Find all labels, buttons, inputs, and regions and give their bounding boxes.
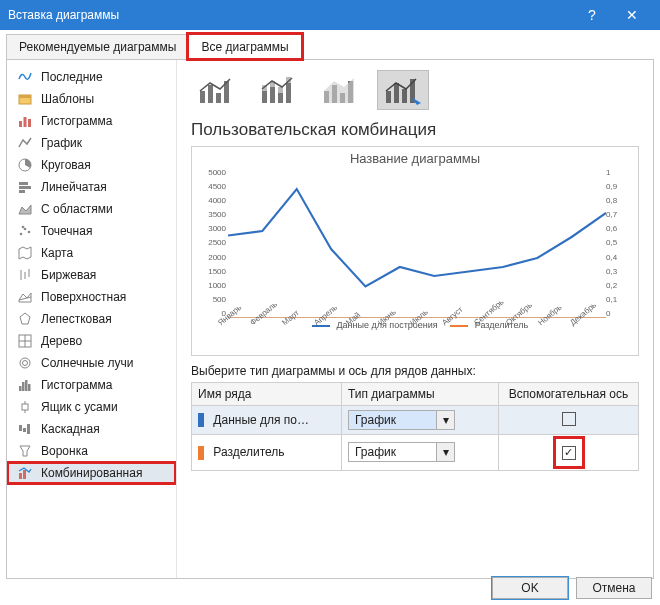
- sidebar-item-boxwhisker[interactable]: Ящик с усами: [7, 396, 176, 418]
- dialog-panel: Последние Шаблоны Гистограмма График Кру…: [6, 59, 654, 579]
- sidebar-item-funnel[interactable]: Воронка: [7, 440, 176, 462]
- sidebar-item-recent[interactable]: Последние: [7, 66, 176, 88]
- help-button[interactable]: ?: [572, 7, 612, 23]
- col-header-axis: Вспомогательная ось: [499, 383, 639, 406]
- series-name-label: Разделитель: [213, 445, 284, 459]
- window-title: Вставка диаграммы: [8, 8, 119, 22]
- sidebar-item-label: Дерево: [41, 334, 82, 348]
- sidebar-item-stock[interactable]: Биржевая: [7, 264, 176, 286]
- sidebar-item-label: Линейчатая: [41, 180, 107, 194]
- bar-chart-icon: [17, 179, 33, 195]
- boxwhisker-chart-icon: [17, 399, 33, 415]
- subtype-stacked-area[interactable]: [315, 70, 367, 110]
- series-color-chip: [198, 446, 204, 460]
- ok-button[interactable]: OK: [492, 577, 568, 599]
- sidebar-item-area[interactable]: С областями: [7, 198, 176, 220]
- svg-rect-3: [24, 117, 27, 127]
- funnel-chart-icon: [17, 443, 33, 459]
- sidebar-item-scatter[interactable]: Точечная: [7, 220, 176, 242]
- sidebar-item-label: Точечная: [41, 224, 92, 238]
- footer-buttons: OK Отмена: [492, 577, 652, 599]
- sidebar-item-label: Последние: [41, 70, 103, 84]
- sidebar-item-label: Лепестковая: [41, 312, 112, 326]
- tab-label: Все диаграммы: [201, 40, 288, 54]
- sidebar-item-label: Воронка: [41, 444, 88, 458]
- cancel-button[interactable]: Отмена: [576, 577, 652, 599]
- combo-chart-icon: [17, 465, 33, 481]
- svg-rect-4: [28, 119, 31, 127]
- select-value: График: [349, 413, 436, 427]
- series-color-chip: [198, 413, 204, 427]
- chart-type-select[interactable]: График ▾: [348, 442, 455, 462]
- sidebar-item-waterfall[interactable]: Каскадная: [7, 418, 176, 440]
- sidebar-item-label: Шаблоны: [41, 92, 94, 106]
- svg-rect-30: [19, 425, 22, 431]
- series-type-cell: График ▾: [342, 406, 499, 435]
- sidebar-item-label: Комбинированная: [41, 466, 142, 480]
- svg-rect-25: [25, 380, 28, 391]
- sidebar-item-label: График: [41, 136, 82, 150]
- svg-marker-17: [20, 313, 30, 324]
- sidebar-item-treemap[interactable]: Дерево: [7, 330, 176, 352]
- sidebar-item-label: Круговая: [41, 158, 91, 172]
- svg-point-21: [20, 358, 30, 368]
- series-name-cell: Данные для по…: [192, 406, 342, 435]
- sidebar-item-label: Биржевая: [41, 268, 96, 282]
- sidebar-item-surface[interactable]: Поверхностная: [7, 286, 176, 308]
- sidebar-item-pie[interactable]: Круговая: [7, 154, 176, 176]
- treemap-chart-icon: [17, 333, 33, 349]
- series-grid: Имя ряда Тип диаграммы Вспомогательная о…: [191, 382, 639, 471]
- stock-chart-icon: [17, 267, 33, 283]
- y-axis-left: 5000450040003500300025002000150010005000: [196, 168, 226, 318]
- svg-point-11: [28, 231, 31, 234]
- svg-rect-26: [28, 384, 31, 391]
- secondary-axis-cell: [499, 406, 639, 435]
- svg-rect-6: [19, 182, 28, 185]
- sidebar-item-line[interactable]: График: [7, 132, 176, 154]
- col-header-type: Тип диаграммы: [342, 383, 499, 406]
- chart-preview: Название диаграммы 500045004000350030002…: [191, 146, 639, 356]
- sidebar-item-column[interactable]: Гистограмма: [7, 110, 176, 132]
- sidebar-item-label: Гистограмма: [41, 378, 112, 392]
- secondary-axis-checkbox[interactable]: ✓: [562, 446, 576, 460]
- sidebar-item-sunburst[interactable]: Солнечные лучи: [7, 352, 176, 374]
- pie-chart-icon: [17, 157, 33, 173]
- subtype-clustered-line[interactable]: [191, 70, 243, 110]
- sidebar-item-bar[interactable]: Линейчатая: [7, 176, 176, 198]
- series-row-2[interactable]: Разделитель График ▾ ✓: [192, 435, 639, 471]
- chart-svg: [228, 168, 606, 318]
- sidebar-item-histogram[interactable]: Гистограмма: [7, 374, 176, 396]
- column-chart-icon: [17, 113, 33, 129]
- svg-rect-34: [19, 473, 22, 479]
- series-row-1[interactable]: Данные для по… График ▾: [192, 406, 639, 435]
- secondary-axis-cell: ✓: [499, 435, 639, 471]
- waterfall-chart-icon: [17, 421, 33, 437]
- sidebar-item-templates[interactable]: Шаблоны: [7, 88, 176, 110]
- sidebar-item-combo[interactable]: Комбинированная: [7, 462, 176, 484]
- close-button[interactable]: ✕: [612, 7, 652, 23]
- subtype-stacked-line[interactable]: [253, 70, 305, 110]
- chevron-down-icon: ▾: [436, 411, 454, 429]
- area-chart-icon: [17, 201, 33, 217]
- tab-recommended[interactable]: Рекомендуемые диаграммы: [6, 34, 189, 59]
- svg-rect-40: [262, 91, 267, 103]
- tab-all[interactable]: Все диаграммы: [188, 34, 301, 59]
- chart-type-sidebar: Последние Шаблоны Гистограмма График Кру…: [7, 60, 177, 578]
- series-type-cell: График ▾: [342, 435, 499, 471]
- map-chart-icon: [17, 245, 33, 261]
- chevron-down-icon: ▾: [436, 443, 454, 461]
- sidebar-item-radar[interactable]: Лепестковая: [7, 308, 176, 330]
- chart-plot-area: 5000450040003500300025002000150010005000…: [228, 168, 606, 318]
- sidebar-item-map[interactable]: Карта: [7, 242, 176, 264]
- svg-rect-53: [394, 83, 399, 103]
- chart-type-select[interactable]: График ▾: [348, 410, 455, 430]
- svg-rect-52: [386, 91, 391, 103]
- svg-rect-38: [216, 93, 221, 103]
- subtype-custom[interactable]: [377, 70, 429, 110]
- svg-rect-24: [22, 382, 25, 391]
- sidebar-item-label: Поверхностная: [41, 290, 126, 304]
- sidebar-item-label: С областями: [41, 202, 113, 216]
- sidebar-item-label: Солнечные лучи: [41, 356, 133, 370]
- sidebar-item-label: Гистограмма: [41, 114, 112, 128]
- secondary-axis-checkbox[interactable]: [562, 412, 576, 426]
